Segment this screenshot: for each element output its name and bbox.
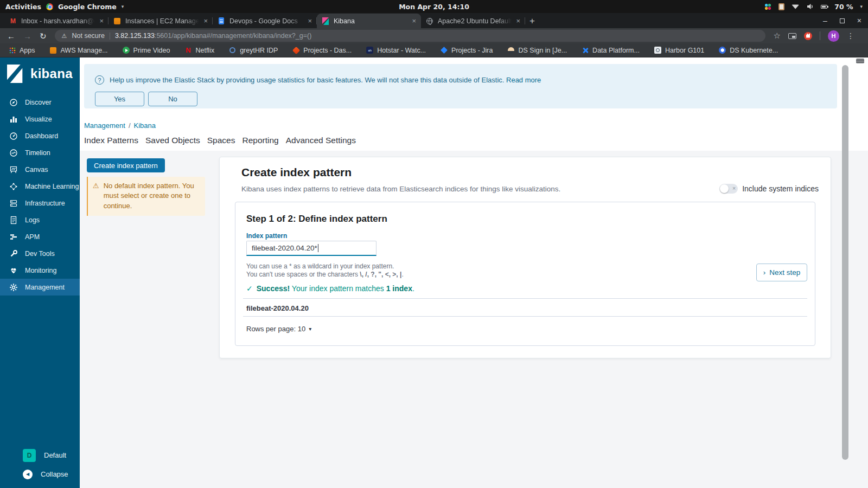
read-more-link[interactable]: Read more	[506, 76, 541, 84]
sidebar-item-discover[interactable]: Discover	[0, 94, 80, 111]
heartbeat-icon	[9, 266, 18, 275]
kibana-logo[interactable]: kibana	[0, 57, 80, 83]
sidebar-item-canvas[interactable]: Canvas	[0, 161, 80, 178]
minimize-button[interactable]: –	[823, 16, 827, 25]
timelion-icon	[9, 149, 18, 157]
battery-percent[interactable]: 70 %	[834, 3, 853, 11]
bookmark-jenkins[interactable]: DS Sign in [Je...	[507, 47, 567, 54]
tab-gdocs[interactable]: Devops - Google Docs ×	[213, 14, 317, 28]
scroll-top-icon[interactable]	[856, 59, 864, 63]
adblock-icon[interactable]	[804, 32, 812, 40]
breadcrumb: Management / Kibana	[84, 121, 156, 130]
wrench-icon	[9, 249, 18, 258]
forward-button[interactable]: →	[23, 32, 31, 40]
page-title: Create index pattern	[241, 166, 352, 179]
breadcrumb-kibana[interactable]: Kibana	[134, 121, 156, 130]
activities-button[interactable]: Activities	[5, 3, 41, 11]
warning-icon: ⚠	[93, 181, 99, 211]
reload-button[interactable]: ↻	[40, 32, 47, 40]
browser-toolbar: ← → ↻ ⚠ Not secure 3.82.125.133:5601/app…	[0, 28, 868, 43]
banner-message: Help us improve the Elastic Stack by pro…	[110, 76, 541, 84]
collapse-sidebar-button[interactable]: ◀ Collapse	[0, 465, 80, 484]
close-icon[interactable]: ×	[412, 17, 416, 25]
easel-icon	[9, 165, 18, 174]
chrome-icon	[46, 3, 53, 10]
divider	[110, 33, 110, 40]
greythr-icon	[229, 47, 235, 53]
sidebar-item-monitoring[interactable]: Monitoring	[0, 262, 80, 279]
rows-per-page-selector[interactable]: Rows per page: 10 ▾	[246, 325, 311, 333]
bookmark-netflix[interactable]: N Netflix	[184, 47, 214, 54]
include-system-indices-toggle[interactable]: ×	[719, 184, 738, 194]
bookmark-greythr[interactable]: greytHR IDP	[229, 47, 278, 54]
tab-spaces[interactable]: Spaces	[207, 134, 235, 146]
sidebar-item-timelion[interactable]: Timelion	[0, 144, 80, 161]
window-close-button[interactable]: ×	[857, 16, 861, 25]
bookmark-star-icon[interactable]: ☆	[774, 31, 781, 41]
bar-chart-icon	[9, 115, 18, 124]
sidebar-item-dashboard[interactable]: Dashboard	[0, 127, 80, 144]
bookmark-kubernetes[interactable]: DS Kubernete...	[719, 47, 778, 54]
sidebar-item-apm[interactable]: APM	[0, 228, 80, 245]
step-title: Step 1 of 2: Define index pattern	[246, 214, 387, 224]
close-icon[interactable]: ×	[308, 17, 312, 25]
kibana-logo-icon	[7, 65, 25, 83]
tab-kibana-active[interactable]: Kibana ×	[317, 14, 421, 28]
sidebar-item-management[interactable]: Management	[0, 279, 80, 296]
close-icon[interactable]: ×	[99, 17, 104, 25]
clipboard-tray-icon[interactable]	[778, 3, 784, 10]
tab-gmail[interactable]: M Inbox - harsh.vardhan@g ×	[4, 14, 108, 28]
bookmark-projects-das[interactable]: Projects - Das...	[292, 47, 352, 54]
clock[interactable]: Mon Apr 20, 14:10	[399, 3, 469, 11]
tab-reporting[interactable]: Reporting	[242, 134, 278, 146]
bookmark-apps[interactable]: Apps	[9, 47, 35, 54]
sidebar-item-logs[interactable]: Logs	[0, 211, 80, 228]
sidebar-item-infrastructure[interactable]: Infrastructure	[0, 195, 80, 211]
sidebar-item-dev-tools[interactable]: Dev Tools	[0, 245, 80, 262]
security-label[interactable]: Not secure	[72, 32, 104, 40]
tab-apache[interactable]: Apache2 Ubuntu Default ×	[421, 14, 525, 28]
profile-avatar[interactable]: H	[828, 30, 839, 42]
system-menu-caret-icon[interactable]: ▾	[860, 4, 863, 9]
vertical-scrollbar[interactable]	[842, 65, 848, 460]
bookmark-hotstar[interactable]: ah Hotstar - Watc...	[366, 47, 426, 54]
chrome-menu-icon[interactable]: ⋮	[847, 31, 854, 40]
yes-button[interactable]: Yes	[95, 92, 144, 106]
harbor-icon	[654, 47, 661, 54]
sidebar-item-machine-learning[interactable]: Machine Learning	[0, 178, 80, 195]
breadcrumb-management[interactable]: Management	[84, 121, 125, 130]
tab-index-patterns[interactable]: Index Patterns	[84, 134, 138, 146]
back-button[interactable]: ←	[7, 32, 15, 40]
page-subtitle: Kibana uses index patterns to retrieve d…	[241, 185, 560, 193]
restore-button[interactable]	[840, 18, 845, 23]
sidebar-item-visualize[interactable]: Visualize	[0, 111, 80, 127]
close-icon[interactable]: ×	[203, 17, 208, 25]
slack-tray-icon[interactable]	[764, 3, 771, 10]
address-bar[interactable]: ⚠ Not secure 3.82.125.133:5601/app/kiban…	[55, 30, 765, 42]
tab-advanced-settings[interactable]: Advanced Settings	[286, 134, 356, 146]
bookmark-jira[interactable]: Projects - Jira	[441, 47, 493, 54]
volume-icon[interactable]	[806, 3, 814, 10]
jira-diamond-icon	[441, 47, 448, 54]
bookmark-prime-video[interactable]: Prime Video	[123, 47, 170, 54]
gear-icon	[9, 283, 18, 292]
app-menu-title[interactable]: Google Chrome	[58, 3, 117, 11]
divider	[243, 298, 807, 299]
tab-saved-objects[interactable]: Saved Objects	[145, 134, 200, 146]
new-tab-button[interactable]: +	[525, 14, 539, 28]
bookmark-aws[interactable]: AWS Manage...	[50, 47, 108, 54]
wifi-icon[interactable]	[792, 4, 799, 9]
index-pattern-input[interactable]: filebeat-2020.04.20*	[246, 241, 376, 256]
next-step-button[interactable]: › Next step	[756, 264, 807, 281]
space-selector-default[interactable]: D Default	[0, 446, 80, 465]
extension-pip-icon[interactable]	[788, 33, 796, 39]
toggle-label: Include system indices	[742, 184, 819, 193]
close-icon[interactable]: ×	[516, 17, 520, 25]
no-button[interactable]: No	[148, 92, 197, 106]
aws-icon	[114, 18, 120, 24]
bookmark-data-platform[interactable]: Data Platform...	[582, 47, 640, 54]
bookmark-harbor[interactable]: Harbor G101	[654, 47, 704, 54]
tab-ec2[interactable]: Instances | EC2 Managem ×	[108, 14, 213, 28]
collapse-arrow-icon: ◀	[23, 470, 33, 479]
create-index-pattern-button[interactable]: Create index pattern	[87, 158, 165, 172]
